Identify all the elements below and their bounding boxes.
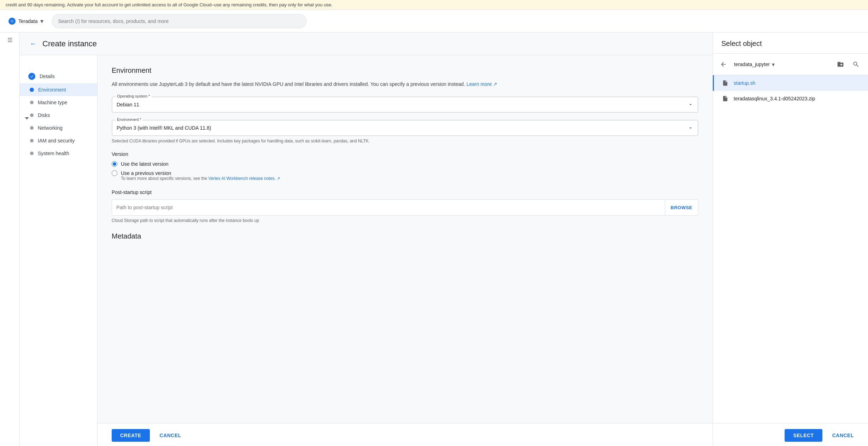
version-hint: To learn more about specific versions, s… — [121, 176, 698, 181]
release-notes-link[interactable]: Vertex AI Workbench release notes. ↗ — [208, 176, 280, 181]
version-latest-text: Use the latest version — [121, 161, 169, 167]
new-folder-button[interactable] — [834, 58, 847, 71]
select-object-panel: Select object teradata_jupyter ▾ — [712, 33, 868, 446]
version-radio-group: Use the latest version Use a previous ve… — [112, 161, 698, 181]
form-area: ← Create instance Details — [20, 33, 712, 446]
step-label-environment: Environment — [38, 87, 66, 93]
top-nav: ⊙ Teradata ▾ — [0, 10, 868, 33]
file-icon-teradata-zip — [721, 94, 729, 103]
step-item-machine-type[interactable]: Machine type — [20, 96, 97, 109]
select-button[interactable]: SELECT — [785, 429, 822, 442]
form-container: Environment All environments use Jupyter… — [98, 55, 712, 446]
panel-bottom: SELECT CANCEL — [713, 423, 868, 446]
section-desc-text: All environments use JupyterLab 3 by def… — [112, 81, 467, 87]
step-dot-details — [28, 73, 35, 80]
file-item-startup[interactable]: startup.sh — [713, 75, 868, 91]
env-field-wrapper: Environment * Python 3 (with Intel® MKL … — [112, 120, 698, 136]
os-field-label: Operating system * — [116, 94, 152, 98]
step-dot-system-health — [30, 152, 34, 155]
step-dot-iam — [30, 139, 34, 142]
steps-sidebar: Details Environment Machine type — [20, 55, 98, 446]
page-title: Create instance — [42, 39, 97, 48]
version-latest-radio[interactable] — [112, 161, 117, 167]
version-radio-latest: Use the latest version — [112, 161, 698, 167]
step-item-iam[interactable]: IAM and security — [20, 134, 97, 147]
bucket-name: teradata_jupyter — [734, 61, 770, 67]
browse-button[interactable]: BROWSE — [665, 200, 698, 215]
project-name: Teradata — [18, 18, 37, 24]
content-area: ← Create instance Details — [20, 33, 868, 446]
panel-header: Select object — [713, 33, 868, 54]
learn-more-link[interactable]: Learn more ↗ — [467, 81, 497, 87]
step-label-iam: IAM and security — [38, 138, 75, 143]
section-title: Environment — [112, 66, 698, 75]
main-form: Environment All environments use Jupyter… — [98, 55, 712, 423]
step-dot-environment — [30, 88, 34, 92]
step-item-environment[interactable]: Environment — [20, 83, 97, 96]
step-item-system-health[interactable]: System health — [20, 147, 97, 160]
version-previous-text: Use a previous version — [121, 170, 171, 176]
step-item-networking[interactable]: Networking — [20, 122, 97, 134]
cancel-button-main[interactable]: CANCEL — [154, 429, 187, 442]
chevron-down-icon: ▾ — [40, 17, 43, 25]
step-label-networking: Networking — [38, 125, 63, 131]
banner-text: credit and 90 days remaining. Activate y… — [6, 2, 333, 7]
top-banner: credit and 90 days remaining. Activate y… — [0, 0, 868, 10]
version-title: Version — [112, 151, 698, 157]
panel-actions — [834, 58, 862, 71]
post-startup-input[interactable] — [112, 200, 665, 215]
version-radio-previous: Use a previous version To learn more abo… — [112, 170, 698, 181]
panel-nav: teradata_jupyter ▾ — [713, 54, 868, 75]
bottom-actions: CREATE CANCEL — [98, 423, 712, 446]
os-group: Operating system * Debian 11 Ubuntu 20.0… — [112, 96, 698, 113]
project-dot: ⊙ — [8, 18, 16, 25]
version-section: Version Use the latest version — [112, 151, 698, 181]
post-startup-hint: Cloud Storage path to script that automa… — [112, 218, 698, 224]
section-desc: All environments use JupyterLab 3 by def… — [112, 80, 698, 88]
version-previous-label[interactable]: Use a previous version — [112, 170, 698, 176]
steps-list: Details Environment Machine type — [20, 64, 97, 165]
metadata-section: Metadata — [112, 232, 698, 240]
os-field-wrapper: Operating system * Debian 11 Ubuntu 20.0… — [112, 96, 698, 113]
search-panel-button[interactable] — [850, 58, 862, 71]
step-label-details: Details — [40, 74, 55, 79]
os-select[interactable]: Debian 11 Ubuntu 20.04 Ubuntu 22.04 — [112, 97, 698, 112]
panel-file-list: startup.sh teradatasqlinux_3.4.1-d052420… — [713, 75, 868, 423]
step-dot-machine-type — [30, 101, 34, 104]
step-dot-networking — [30, 126, 34, 130]
back-button[interactable]: ← — [28, 38, 38, 49]
bucket-chevron-icon: ▾ — [772, 61, 775, 68]
env-field-label: Environment * — [116, 117, 143, 122]
file-icon-startup — [721, 79, 729, 87]
version-latest-label[interactable]: Use the latest version — [112, 161, 698, 167]
panel-title: Select object — [721, 40, 860, 48]
file-name-startup: startup.sh — [734, 80, 755, 86]
step-label-system-health: System health — [38, 151, 69, 156]
version-previous-radio[interactable] — [112, 170, 117, 176]
step-label-disks: Disks — [38, 112, 50, 118]
left-sidebar: ☰ — [0, 33, 20, 446]
project-icon: ⊙ — [11, 19, 13, 23]
cancel-button-panel[interactable]: CANCEL — [827, 429, 860, 442]
step-item-disks[interactable]: Disks — [20, 109, 97, 122]
env-group: Environment * Python 3 (with Intel® MKL … — [112, 120, 698, 144]
steps-and-form: Details Environment Machine type — [20, 55, 712, 446]
panel-back-button[interactable] — [719, 59, 728, 69]
metadata-title: Metadata — [112, 232, 698, 240]
project-selector[interactable]: ⊙ Teradata ▾ — [6, 15, 46, 27]
env-hint: Selected CUDA libraries provided if GPUs… — [112, 138, 698, 144]
env-select[interactable]: Python 3 (with Intel® MKL and CUDA 11.8)… — [112, 120, 698, 136]
post-startup-title: Post-startup script — [112, 189, 698, 195]
step-label-machine-type: Machine type — [38, 100, 67, 105]
collapse-left-btn[interactable]: ☰ — [6, 35, 14, 45]
step-dot-disks — [30, 113, 34, 117]
file-name-teradata-zip: teradatasqlinux_3.4.1-d05242023.zip — [734, 96, 815, 101]
browse-field: BROWSE — [112, 199, 698, 216]
search-input[interactable] — [52, 14, 306, 28]
bucket-selector[interactable]: teradata_jupyter ▾ — [731, 60, 778, 69]
file-item-teradata-zip[interactable]: teradatasqlinux_3.4.1-d05242023.zip — [713, 91, 868, 106]
post-startup-section: Post-startup script BROWSE Cloud Storage… — [112, 189, 698, 224]
create-button[interactable]: CREATE — [112, 429, 150, 442]
step-item-details[interactable]: Details — [20, 69, 97, 83]
main-layout: ☰ ← Create instance Details — [0, 33, 868, 446]
